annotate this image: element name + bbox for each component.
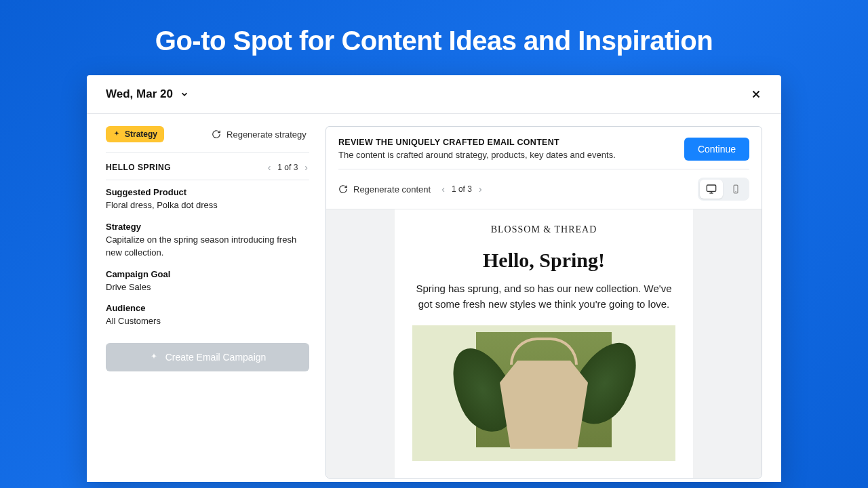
email-hero-image (412, 325, 675, 461)
email-canvas: BLOSSOM & THREAD Hello, Spring! Spring h… (395, 209, 693, 478)
card-body: Strategy Regenerate strategy HELLO SPRIN… (87, 114, 781, 479)
mobile-view-button[interactable] (724, 180, 747, 199)
strategy-next-button[interactable]: › (303, 162, 309, 173)
svg-rect-2 (707, 185, 715, 191)
campaign-goal-label: Campaign Goal (106, 269, 309, 279)
device-toggle (698, 178, 749, 201)
regenerate-content-label: Regenerate content (353, 184, 431, 195)
email-body-text: Spring has sprung, and so has our new co… (412, 281, 675, 312)
refresh-icon (212, 129, 221, 139)
content-prev-button[interactable]: ‹ (440, 184, 446, 195)
email-headline: Hello, Spring! (412, 249, 675, 272)
suggested-product-value: Floral dress, Polka dot dress (106, 199, 309, 212)
content-card: Wed, Mar 20 Strategy Regenerate strategy… (87, 75, 781, 482)
strategy-panel: Strategy Regenerate strategy HELLO SPRIN… (106, 126, 309, 479)
hero-title: Go-to Spot for Content Ideas and Inspira… (0, 0, 868, 75)
email-preview-frame: BLOSSOM & THREAD Hello, Spring! Spring h… (326, 209, 762, 478)
create-email-campaign-button[interactable]: Create Email Campaign (106, 343, 309, 371)
preview-title: REVIEW THE UNIQUELY CRAFTED EMAIL CONTEN… (338, 138, 616, 147)
strategy-pager: ‹ 1 of 3 › (267, 162, 309, 173)
preview-panel: REVIEW THE UNIQUELY CRAFTED EMAIL CONTEN… (326, 126, 762, 479)
close-button[interactable] (750, 88, 762, 100)
garment-graphic (500, 361, 588, 449)
create-email-campaign-label: Create Email Campaign (165, 352, 267, 363)
refresh-icon (338, 184, 348, 194)
strategy-chip-label: Strategy (125, 129, 157, 139)
content-pager-text: 1 of 3 (452, 184, 472, 194)
strategy-value: Capitalize on the spring season introduc… (106, 234, 309, 260)
audience-value: All Customers (106, 315, 309, 328)
content-next-button[interactable]: › (477, 184, 484, 195)
audience-label: Audience (106, 303, 309, 313)
campaign-goal-value: Drive Sales (106, 281, 309, 294)
preview-column: REVIEW THE UNIQUELY CRAFTED EMAIL CONTEN… (326, 126, 762, 479)
strategy-label: Strategy (106, 222, 309, 232)
chevron-down-icon (180, 89, 189, 99)
monitor-icon (706, 184, 717, 195)
suggested-product-label: Suggested Product (106, 187, 309, 197)
desktop-view-button[interactable] (700, 180, 723, 199)
strategy-title: HELLO SPRING (106, 163, 171, 172)
date-text: Wed, Mar 20 (106, 87, 173, 101)
close-icon (750, 88, 762, 100)
date-selector[interactable]: Wed, Mar 20 (106, 87, 189, 101)
content-pager: ‹ 1 of 3 › (440, 184, 483, 195)
continue-button[interactable]: Continue (684, 138, 749, 161)
strategy-chip[interactable]: Strategy (106, 126, 164, 142)
svg-rect-5 (734, 185, 738, 193)
regenerate-content-button[interactable]: Regenerate content (338, 184, 431, 195)
mobile-icon (731, 184, 741, 194)
email-brand: BLOSSOM & THREAD (412, 224, 675, 235)
card-header: Wed, Mar 20 (87, 75, 781, 114)
sparkle-icon (149, 352, 159, 362)
sparkle-icon (113, 130, 121, 138)
preview-subtitle: The content is crafted around strategy, … (338, 150, 616, 160)
regenerate-strategy-label: Regenerate strategy (226, 129, 307, 140)
strategy-prev-button[interactable]: ‹ (267, 162, 273, 173)
strategy-pager-text: 1 of 3 (277, 163, 298, 172)
regenerate-strategy-button[interactable]: Regenerate strategy (212, 129, 307, 140)
